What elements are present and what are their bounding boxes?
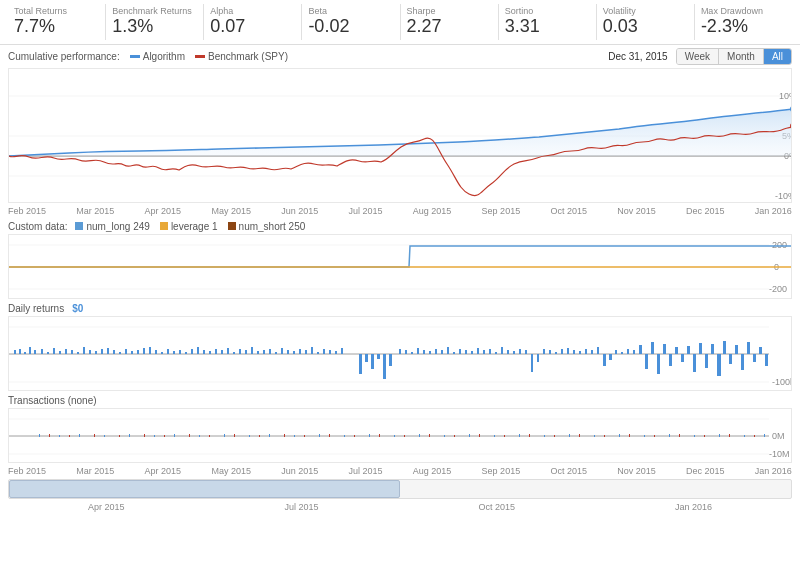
svg-rect-101 [501, 347, 503, 354]
svg-rect-168 [444, 435, 445, 437]
svg-rect-61 [245, 350, 247, 354]
svg-rect-185 [119, 435, 120, 437]
total-returns-value: 7.7% [14, 16, 99, 38]
svg-rect-137 [717, 354, 721, 376]
svg-rect-74 [323, 349, 325, 354]
max-drawdown-metric: Max Drawdown -2.3% [695, 4, 792, 40]
svg-rect-51 [185, 352, 187, 354]
svg-rect-157 [174, 434, 175, 437]
sortino-value: 3.31 [505, 16, 590, 38]
svg-rect-54 [203, 350, 205, 354]
scrollbar[interactable] [8, 479, 792, 499]
svg-rect-198 [429, 434, 430, 437]
svg-rect-85 [405, 350, 407, 354]
svg-rect-52 [191, 349, 193, 354]
svg-rect-81 [377, 354, 380, 359]
svg-rect-154 [104, 435, 105, 437]
svg-rect-110 [555, 352, 557, 354]
svg-rect-98 [483, 350, 485, 354]
svg-rect-80 [371, 354, 374, 369]
svg-rect-191 [259, 435, 260, 437]
svg-rect-188 [189, 434, 190, 437]
svg-rect-182 [49, 434, 50, 437]
svg-rect-24 [24, 352, 26, 354]
svg-rect-202 [529, 434, 530, 437]
svg-rect-79 [365, 354, 368, 362]
num-long-icon [75, 222, 83, 230]
svg-rect-184 [94, 434, 95, 437]
daily-returns-label: Daily returns $0 [8, 301, 792, 316]
svg-rect-206 [629, 434, 630, 437]
beta-metric: Beta -0.02 [302, 4, 400, 40]
sortino-label: Sortino [505, 6, 590, 16]
cumulative-chart-section: 10% 5% 0% -10% [8, 68, 792, 203]
svg-rect-167 [419, 434, 420, 437]
svg-rect-209 [704, 435, 705, 437]
svg-rect-164 [344, 435, 345, 437]
scrollbar-thumb[interactable] [9, 480, 400, 498]
svg-rect-42 [131, 351, 133, 354]
svg-text:200: 200 [772, 240, 787, 250]
benchmark-legend-icon [195, 55, 205, 58]
svg-rect-60 [239, 349, 241, 354]
alpha-value: 0.07 [210, 16, 295, 38]
svg-rect-65 [269, 349, 271, 354]
svg-rect-152 [59, 435, 60, 437]
svg-rect-181 [764, 434, 765, 437]
chart-date: Dec 31, 2015 [608, 51, 668, 62]
svg-rect-183 [69, 435, 70, 437]
svg-rect-158 [199, 435, 200, 437]
algorithm-legend-label: Algorithm [143, 51, 185, 62]
svg-rect-187 [164, 435, 165, 437]
algorithm-legend-icon [130, 55, 140, 58]
benchmark-returns-value: 1.3% [112, 16, 197, 38]
svg-text:0M: 0M [772, 431, 785, 441]
period-selector[interactable]: Week Month All [676, 48, 792, 65]
svg-rect-210 [729, 434, 730, 437]
svg-rect-41 [125, 349, 127, 354]
total-returns-label: Total Returns [14, 6, 99, 16]
leverage-legend: leverage 1 [160, 221, 218, 232]
num-long-legend: num_long 249 [75, 221, 149, 232]
svg-rect-175 [619, 434, 620, 437]
svg-rect-156 [154, 435, 155, 437]
all-button[interactable]: All [764, 49, 791, 64]
svg-rect-26 [34, 350, 36, 354]
svg-rect-162 [294, 435, 295, 437]
svg-rect-141 [741, 354, 744, 370]
alpha-metric: Alpha 0.07 [204, 4, 302, 40]
svg-rect-130 [675, 347, 678, 354]
svg-rect-204 [579, 434, 580, 437]
month-button[interactable]: Month [719, 49, 764, 64]
week-button[interactable]: Week [677, 49, 719, 64]
custom-data-svg: 200 0 -200 [9, 235, 792, 299]
svg-text:-100k: -100k [772, 377, 792, 387]
benchmark-legend-item: Benchmark (SPY) [195, 51, 288, 62]
max-drawdown-label: Max Drawdown [701, 6, 786, 16]
svg-rect-125 [645, 354, 648, 369]
svg-rect-139 [729, 354, 732, 364]
scroll-x-labels: Apr 2015 Jul 2015 Oct 2015 Jan 2016 [0, 501, 800, 513]
main-x-axis: Feb 2015 Mar 2015 Apr 2015 May 2015 Jun … [8, 205, 792, 217]
volatility-label: Volatility [603, 6, 688, 16]
svg-rect-43 [137, 350, 139, 354]
num-short-legend: num_short 250 [228, 221, 306, 232]
svg-rect-172 [544, 435, 545, 437]
svg-rect-58 [227, 348, 229, 354]
svg-rect-84 [399, 349, 401, 354]
svg-rect-103 [513, 351, 515, 354]
svg-rect-177 [669, 434, 670, 437]
transactions-svg: 0M -10M [9, 409, 792, 463]
svg-rect-207 [654, 435, 655, 437]
leverage-icon [160, 222, 168, 230]
charts-area: 10% 5% 0% -10% [0, 68, 800, 463]
svg-rect-173 [569, 434, 570, 437]
svg-rect-87 [417, 348, 419, 354]
svg-rect-105 [525, 350, 527, 354]
svg-rect-36 [95, 351, 97, 354]
transactions-section: Transactions (none) 0M -10M [8, 393, 792, 463]
svg-rect-179 [719, 434, 720, 437]
svg-rect-47 [161, 352, 163, 354]
svg-point-17 [791, 244, 792, 248]
svg-rect-64 [263, 350, 265, 354]
